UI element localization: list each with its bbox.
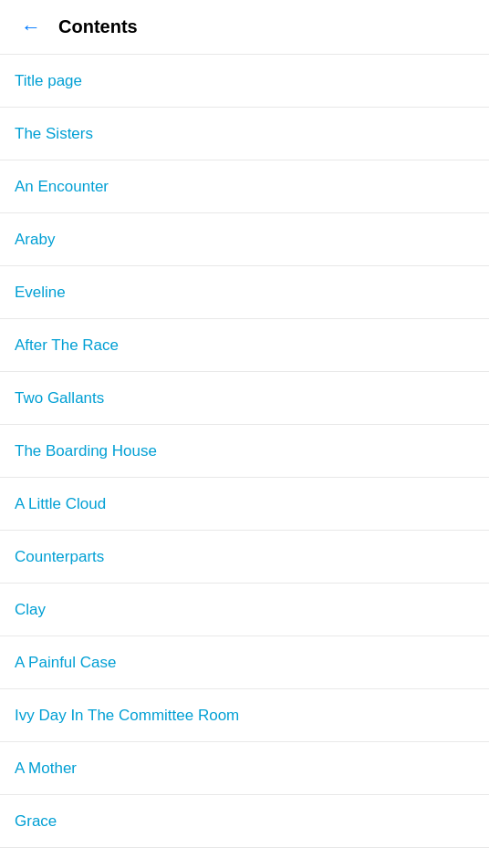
contents-list: Title pageThe SistersAn EncounterArabyEv… [0, 55, 489, 848]
list-item[interactable]: Title page [0, 55, 489, 108]
header: ← Contents [0, 0, 489, 55]
list-item[interactable]: Counterparts [0, 531, 489, 584]
item-label: Clay [15, 601, 46, 619]
item-label: Eveline [15, 284, 66, 302]
list-item[interactable]: After The Race [0, 319, 489, 372]
list-item[interactable]: A Little Cloud [0, 478, 489, 531]
item-label: The Sisters [15, 125, 93, 143]
page-title: Contents [58, 16, 138, 37]
list-item[interactable]: A Painful Case [0, 636, 489, 689]
list-item[interactable]: Ivy Day In The Committee Room [0, 689, 489, 742]
item-label: A Painful Case [15, 654, 117, 672]
item-label: Araby [15, 231, 55, 249]
list-item[interactable]: Araby [0, 213, 489, 266]
item-label: Ivy Day In The Committee Room [15, 707, 239, 725]
list-item[interactable]: Eveline [0, 266, 489, 319]
list-item[interactable]: An Encounter [0, 160, 489, 213]
list-item[interactable]: The Sisters [0, 108, 489, 160]
item-label: Title page [15, 72, 82, 90]
item-label: After The Race [15, 336, 119, 355]
item-label: A Mother [15, 760, 77, 778]
back-arrow-icon: ← [21, 16, 41, 39]
list-item[interactable]: The Boarding House [0, 425, 489, 478]
back-button[interactable]: ← [15, 11, 47, 44]
item-label: The Boarding House [15, 442, 157, 460]
item-label: Two Gallants [15, 389, 104, 408]
list-item[interactable]: A Mother [0, 742, 489, 795]
item-label: A Little Cloud [15, 495, 106, 513]
list-item[interactable]: Grace [0, 795, 489, 848]
item-label: Grace [15, 812, 57, 831]
item-label: An Encounter [15, 178, 109, 196]
list-item[interactable]: Clay [0, 584, 489, 636]
item-label: Counterparts [15, 548, 104, 566]
list-item[interactable]: Two Gallants [0, 372, 489, 425]
